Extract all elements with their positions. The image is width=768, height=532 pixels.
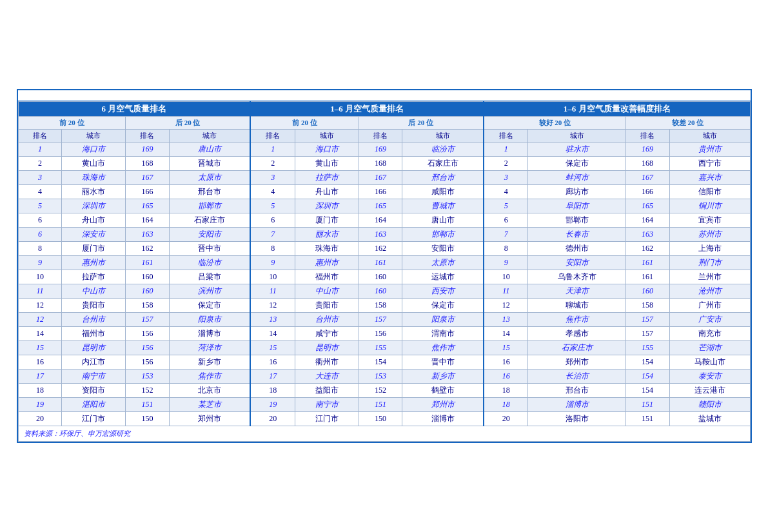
cell-6-6: 163 [359,228,402,242]
cell-9-0: 10 [18,270,62,284]
cell-8-1: 惠州市 [62,256,126,270]
cell-17-3: 北京市 [169,384,250,398]
cell-1-6: 168 [359,157,402,171]
cell-18-7: 郑州市 [402,398,484,412]
cell-10-7: 西安市 [402,284,484,299]
cell-16-4: 17 [250,369,295,384]
cell-9-8: 10 [484,270,528,284]
cell-2-10: 167 [625,171,669,185]
cell-9-9: 乌鲁木齐市 [528,270,625,284]
cell-4-8: 5 [484,199,528,213]
cell-4-1: 深圳市 [62,199,126,213]
table-row: 4丽水市166邢台市4舟山市166咸阳市4廊坊市166信阳市 [18,185,750,199]
cell-1-8: 2 [484,157,528,171]
cell-2-2: 167 [126,171,170,185]
main-table: 6 月空气质量排名1–6 月空气质量排名1–6 月空气质量改善幅度排名前 20 … [18,101,751,442]
cell-7-8: 8 [484,242,528,256]
table-row: 18资阳市152北京市18益阳市152鹤壁市18邢台市154连云港市 [18,384,750,398]
cell-18-1: 湛阳市 [62,398,126,412]
cell-5-4: 6 [250,213,295,228]
cell-0-5: 海口市 [295,143,359,157]
cell-17-9: 邢台市 [528,384,625,398]
cell-17-7: 鹤壁市 [402,384,484,398]
cell-2-3: 太原市 [169,171,250,185]
table-row: 9惠州市161临汾市9惠州市161太原市9安阳市161荆门市 [18,256,750,270]
cell-13-10: 157 [625,327,669,341]
cell-2-0: 3 [18,171,62,185]
cell-9-2: 160 [126,270,170,284]
cell-12-0: 12 [18,313,62,327]
cell-15-5: 衢州市 [295,355,359,369]
cell-3-8: 4 [484,185,528,199]
table-row: 20江门市150郑州市20江门市150淄博市20洛阳市151盐城市 [18,412,750,426]
cell-6-9: 长春市 [528,228,625,242]
table-row: 5深圳市165邯郸市5深圳市165曹城市5阜阳市165铜川市 [18,199,750,213]
cell-10-6: 160 [359,284,402,299]
cell-1-4: 2 [250,157,295,171]
table-row: 11中山市160滨州市11中山市160西安市11天津市160沧州市 [18,284,750,299]
cell-10-3: 滨州市 [169,284,250,299]
cell-15-0: 16 [18,355,62,369]
cell-4-4: 5 [250,199,295,213]
cell-5-2: 164 [126,213,170,228]
cell-6-3: 安阳市 [169,228,250,242]
cell-2-1: 珠海市 [62,171,126,185]
header-group-2: 1–6 月空气质量改善幅度排名 [484,102,750,117]
cell-8-6: 161 [359,256,402,270]
table-container: 6 月空气质量排名1–6 月空气质量排名1–6 月空气质量改善幅度排名前 20 … [17,89,752,443]
cell-8-7: 太原市 [402,256,484,270]
cell-10-1: 中山市 [62,284,126,299]
cell-10-9: 天津市 [528,284,625,299]
cell-16-7: 新乡市 [402,369,484,384]
cell-13-3: 淄博市 [169,327,250,341]
cell-14-8: 15 [484,341,528,355]
cell-3-1: 丽水市 [62,185,126,199]
cell-6-7: 邯郸市 [402,228,484,242]
cell-6-10: 163 [625,228,669,242]
cell-16-1: 南宁市 [62,369,126,384]
cell-7-7: 安阳市 [402,242,484,256]
cell-2-6: 167 [359,171,402,185]
cell-17-2: 152 [126,384,170,398]
cell-5-1: 舟山市 [62,213,126,228]
cell-0-6: 169 [359,143,402,157]
cell-19-1: 江门市 [62,412,126,426]
cell-16-8: 16 [484,369,528,384]
cell-3-3: 邢台市 [169,185,250,199]
cell-17-0: 18 [18,384,62,398]
cell-2-9: 蚌河市 [528,171,625,185]
cell-8-10: 161 [625,256,669,270]
cell-0-11: 贵州市 [669,143,750,157]
col-header-1: 城市 [62,130,126,143]
cell-19-10: 151 [625,412,669,426]
cell-16-9: 长治市 [528,369,625,384]
cell-5-5: 厦门市 [295,213,359,228]
cell-19-3: 郑州市 [169,412,250,426]
cell-6-2: 163 [126,228,170,242]
cell-14-6: 155 [359,341,402,355]
cell-0-9: 驻水市 [528,143,625,157]
cell-4-9: 阜阳市 [528,199,625,213]
cell-15-10: 154 [625,355,669,369]
cell-12-11: 广安市 [669,313,750,327]
cell-7-9: 德州市 [528,242,625,256]
cell-12-3: 阳泉市 [169,313,250,327]
cell-18-6: 151 [359,398,402,412]
cell-9-11: 兰州市 [669,270,750,284]
table-row: 12台州市157阳泉市13台州市157阳泉市13焦作市157广安市 [18,313,750,327]
cell-11-10: 158 [625,299,669,313]
cell-4-11: 铜川市 [669,199,750,213]
cell-11-5: 贵阳市 [295,299,359,313]
header-group-1: 1–6 月空气质量排名 [250,102,484,117]
table-row: 16内江市156新乡市16衢州市154晋中市16郑州市154马鞍山市 [18,355,750,369]
cell-14-9: 石家庄市 [528,341,625,355]
cell-2-7: 邢台市 [402,171,484,185]
table-row: 3珠海市167太原市3拉萨市167邢台市3蚌河市167嘉兴市 [18,171,750,185]
subheader-0: 前 20 位 [18,117,126,130]
cell-8-11: 荆门市 [669,256,750,270]
cell-16-3: 焦作市 [169,369,250,384]
cell-9-5: 福州市 [295,270,359,284]
subheader-2: 前 20 位 [250,117,359,130]
cell-14-3: 菏泽市 [169,341,250,355]
cell-15-11: 马鞍山市 [669,355,750,369]
